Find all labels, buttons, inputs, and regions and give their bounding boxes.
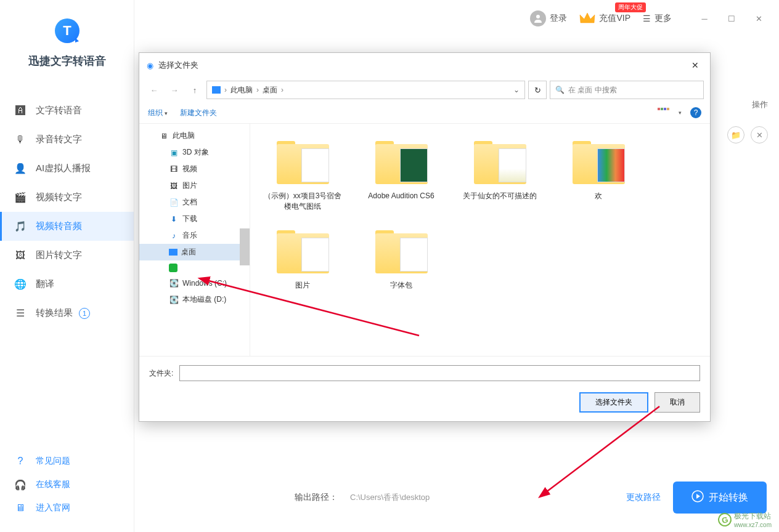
dialog-help-button[interactable]: ? xyxy=(690,107,701,118)
tree-videos[interactable]: 🎞视频 xyxy=(139,161,250,177)
tree-this-pc[interactable]: 🖥此电脑 xyxy=(139,127,250,144)
svg-text:T: T xyxy=(63,23,71,38)
tree-desktop[interactable]: 桌面 xyxy=(139,244,250,260)
sidebar-item-image-to-text[interactable]: 🖼图片转文字 xyxy=(0,241,134,270)
tree-scrollbar[interactable] xyxy=(240,228,250,265)
output-bar: 输出路径： C:\Users\香香\desktop 更改路径 开始转换 xyxy=(295,482,767,514)
folder-item[interactable]: Adobe Audition CS6 xyxy=(361,135,441,212)
iqiyi-icon xyxy=(169,264,177,272)
headset-icon: 🎧 xyxy=(14,478,27,491)
folder-item[interactable]: 关于仙女的不可描述的 xyxy=(460,135,540,212)
close-button[interactable]: ✕ xyxy=(751,10,767,26)
drive-icon: 💽 xyxy=(169,295,179,305)
folder-name-input[interactable] xyxy=(179,365,700,381)
output-path: C:\Users\香香\desktop xyxy=(350,492,614,503)
folder-item[interactable]: 欢 xyxy=(558,135,638,212)
translate-icon: 🌐 xyxy=(14,278,27,291)
nav-forward-button[interactable]: → xyxy=(166,81,183,99)
change-path-link[interactable]: 更改路径 xyxy=(626,492,661,503)
footer-faq[interactable]: ?常见问题 xyxy=(0,449,134,473)
svg-point-2 xyxy=(536,15,540,18)
vip-button[interactable]: 充值VIP 周年大促 xyxy=(579,12,630,25)
cancel-button[interactable]: 取消 xyxy=(655,392,700,413)
select-folder-button[interactable]: 选择文件夹 xyxy=(579,392,648,413)
cube-icon: ▣ xyxy=(169,148,179,158)
tree-downloads[interactable]: ⬇下载 xyxy=(139,211,250,227)
dialog-close-button[interactable]: ✕ xyxy=(688,59,703,71)
results-count-badge: 1 xyxy=(79,308,90,319)
sidebar-item-video-to-audio[interactable]: 🎵视频转音频 xyxy=(0,212,134,241)
pc-icon xyxy=(212,86,221,94)
sidebar-item-ai-avatar[interactable]: 👤AI虚拟人播报 xyxy=(0,154,134,183)
tree-pictures[interactable]: 🖼图片 xyxy=(139,177,250,194)
folder-item[interactable]: （示例）xx项目3号宿舍楼电气图纸 xyxy=(263,135,343,212)
documents-icon: 📄 xyxy=(169,198,179,208)
crown-icon xyxy=(579,12,595,25)
user-icon xyxy=(530,10,546,26)
app-small-icon: ◉ xyxy=(147,61,153,70)
delete-button[interactable]: ✕ xyxy=(751,126,768,143)
folder-item[interactable]: 字体包 xyxy=(361,224,441,299)
refresh-button[interactable]: ↻ xyxy=(528,81,547,99)
tree-iqiyi[interactable] xyxy=(139,260,250,275)
sidebar-item-translate[interactable]: 🌐翻译 xyxy=(0,270,134,299)
image-icon: 🖼 xyxy=(14,249,27,262)
start-convert-button[interactable]: 开始转换 xyxy=(673,482,767,514)
sidebar-item-text-to-speech[interactable]: 🅰文字转语音 xyxy=(0,96,134,125)
video-text-icon: 🎬 xyxy=(14,191,27,204)
pc-icon: 🖥 xyxy=(159,131,169,141)
mic-icon: 🎙 xyxy=(14,133,27,147)
dialog-footer: 文件夹: 选择文件夹 取消 xyxy=(139,356,710,421)
folder-item[interactable]: 图片 xyxy=(263,224,343,299)
video-icon: 🎞 xyxy=(169,164,179,174)
video-audio-icon: 🎵 xyxy=(14,220,27,233)
new-folder-button[interactable]: 新建文件夹 xyxy=(180,108,217,118)
tree-3d-objects[interactable]: ▣3D 对象 xyxy=(139,144,250,161)
dialog-title: 选择文件夹 xyxy=(158,60,198,71)
footer-support[interactable]: 🎧在线客服 xyxy=(0,473,134,496)
folder-grid: （示例）xx项目3号宿舍楼电气图纸 Adobe Audition CS6 关于仙… xyxy=(250,124,710,356)
sidebar-item-results[interactable]: ☰转换结果1 xyxy=(0,299,134,328)
menu-icon: ☰ xyxy=(643,14,651,23)
promo-badge: 周年大促 xyxy=(615,2,646,12)
list-icon: ☰ xyxy=(14,307,27,320)
tree-drive-c[interactable]: 💽Windows (C:) xyxy=(139,275,250,291)
breadcrumb-dropdown[interactable]: ⌄ xyxy=(513,86,520,94)
app-logo: T 迅捷文字转语音 xyxy=(0,0,134,78)
sidebar-item-video-to-text[interactable]: 🎬视频转文字 xyxy=(0,183,134,212)
folder-tree: 🖥此电脑 ▣3D 对象 🎞视频 🖼图片 📄文档 ⬇下载 ♪音乐 桌面 💽Wind… xyxy=(139,124,250,356)
minimize-button[interactable]: ─ xyxy=(696,10,712,26)
dialog-toolbar: 组织 新建文件夹 ▾ ? xyxy=(139,102,710,124)
tree-drive-d[interactable]: 💽本地磁盘 (D:) xyxy=(139,291,250,308)
pictures-icon: 🖼 xyxy=(169,181,179,191)
view-mode-button[interactable] xyxy=(658,108,670,118)
search-input[interactable]: 🔍 在 桌面 中搜索 xyxy=(550,81,704,99)
login-button[interactable]: 登录 xyxy=(530,10,567,26)
folder-open-button[interactable]: 📁 xyxy=(727,126,744,143)
globe-icon: 🖥 xyxy=(14,501,27,515)
folder-dialog: ◉ 选择文件夹 ✕ ← → ↑ › 此电脑 › 桌面 › ⌄ ↻ 🔍 在 桌面 … xyxy=(139,52,711,422)
tree-documents[interactable]: 📄文档 xyxy=(139,194,250,211)
downloads-icon: ⬇ xyxy=(169,214,179,224)
desktop-icon xyxy=(169,249,177,256)
dialog-navbar: ← → ↑ › 此电脑 › 桌面 › ⌄ ↻ 🔍 在 桌面 中搜索 xyxy=(139,78,710,102)
play-icon xyxy=(691,490,704,505)
footer-website[interactable]: 🖥进入官网 xyxy=(0,496,134,520)
output-label: 输出路径： xyxy=(295,492,338,503)
nav-back-button[interactable]: ← xyxy=(145,81,163,99)
topbar: 登录 充值VIP 周年大促 ☰ 更多 ─ ☐ ✕ xyxy=(134,0,779,37)
tree-music[interactable]: ♪音乐 xyxy=(139,227,250,244)
more-button[interactable]: ☰ 更多 xyxy=(643,13,672,24)
organize-button[interactable]: 组织 xyxy=(148,108,168,118)
breadcrumb[interactable]: › 此电脑 › 桌面 › ⌄ xyxy=(206,81,525,99)
dialog-titlebar: ◉ 选择文件夹 ✕ xyxy=(139,53,710,78)
watermark-icon: G xyxy=(716,512,733,528)
sidebar-item-audio-to-text[interactable]: 🎙录音转文字 xyxy=(0,125,134,154)
help-icon: ? xyxy=(14,454,27,468)
nav-up-button[interactable]: ↑ xyxy=(186,81,203,99)
drive-icon: 💽 xyxy=(169,278,179,288)
search-icon: 🔍 xyxy=(555,86,565,94)
avatar-icon: 👤 xyxy=(14,162,27,175)
app-name: 迅捷文字转语音 xyxy=(0,54,134,68)
maximize-button[interactable]: ☐ xyxy=(724,10,740,26)
